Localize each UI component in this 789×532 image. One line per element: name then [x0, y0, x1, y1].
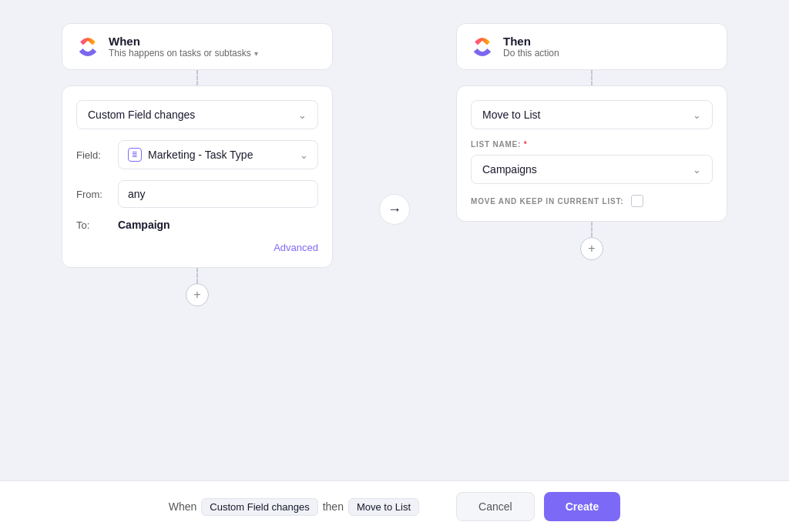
list-name-select[interactable]: Campaigns ⌄: [471, 155, 713, 184]
when-content-card: Custom Field changes ⌄ Field: ≣ Marketin…: [62, 85, 333, 268]
when-dashed-bottom: [196, 268, 198, 283]
then-dashed-bottom: [591, 222, 593, 237]
list-name-label: LIST NAME: *: [471, 140, 713, 149]
action-summary-badge: Move to List: [348, 498, 419, 516]
required-marker: *: [524, 140, 528, 149]
clickup-logo-then: [471, 35, 494, 59]
when-add-button[interactable]: +: [186, 283, 209, 306]
bottom-actions: Cancel Create: [456, 492, 620, 521]
from-label: From:: [76, 189, 110, 200]
when-column: When This happens on tasks or subtasks ▾…: [62, 23, 333, 306]
move-keep-label: MOVE AND KEEP IN CURRENT LIST:: [471, 197, 623, 206]
arrow-connector: →: [379, 194, 410, 225]
subtitle-chevron[interactable]: ▾: [254, 49, 258, 58]
bottom-summary: When Custom Field changes then Move to L…: [169, 498, 419, 516]
when-header-text: When This happens on tasks or subtasks ▾: [109, 35, 258, 59]
when-header-card: When This happens on tasks or subtasks ▾: [62, 23, 333, 70]
canvas: When This happens on tasks or subtasks ▾…: [0, 0, 789, 480]
then-content-card: Move to List ⌄ LIST NAME: * Campaigns ⌄ …: [456, 85, 727, 222]
list-name-chevron: ⌄: [693, 164, 701, 176]
field-chevron: ⌄: [300, 149, 308, 161]
when-title: When: [109, 35, 258, 48]
trigger-chevron: ⌄: [298, 109, 307, 121]
action-select[interactable]: Move to List ⌄: [471, 100, 713, 129]
action-chevron: ⌄: [693, 109, 701, 121]
to-row: To: Campaign: [76, 219, 318, 231]
from-row: From:: [76, 180, 318, 208]
from-input[interactable]: [118, 180, 318, 208]
move-keep-checkbox[interactable]: [631, 195, 643, 207]
then-dashed-top: [591, 70, 593, 85]
then-summary-text: then: [323, 500, 344, 513]
then-add-button[interactable]: +: [580, 237, 603, 260]
to-label: To:: [76, 219, 110, 231]
then-column: Then Do this action Move to List ⌄ LIST …: [456, 23, 727, 306]
trigger-select[interactable]: Custom Field changes ⌄: [76, 100, 318, 129]
when-summary-text: When: [169, 500, 197, 513]
then-title: Then: [503, 35, 559, 48]
create-button[interactable]: Create: [544, 492, 621, 521]
field-tag-icon: ≣: [128, 148, 142, 162]
then-subtitle: Do this action: [503, 48, 559, 59]
then-header-card: Then Do this action: [456, 23, 727, 70]
columns-wrapper: When This happens on tasks or subtasks ▾…: [31, 23, 758, 306]
advanced-link[interactable]: Advanced: [76, 242, 318, 253]
then-header-text: Then Do this action: [503, 35, 559, 59]
field-select[interactable]: ≣ Marketing - Task Type ⌄: [118, 140, 318, 169]
move-keep-row: MOVE AND KEEP IN CURRENT LIST:: [471, 195, 713, 207]
to-value: Campaign: [118, 219, 170, 231]
field-label: Field:: [76, 149, 110, 161]
bottom-bar: When Custom Field changes then Move to L…: [0, 480, 789, 532]
when-dashed-top: [196, 70, 198, 85]
when-subtitle: This happens on tasks or subtasks ▾: [109, 48, 258, 59]
cancel-button[interactable]: Cancel: [456, 492, 535, 521]
trigger-summary-badge: Custom Field changes: [201, 498, 317, 516]
field-row: Field: ≣ Marketing - Task Type ⌄: [76, 140, 318, 169]
clickup-logo: [76, 35, 99, 59]
